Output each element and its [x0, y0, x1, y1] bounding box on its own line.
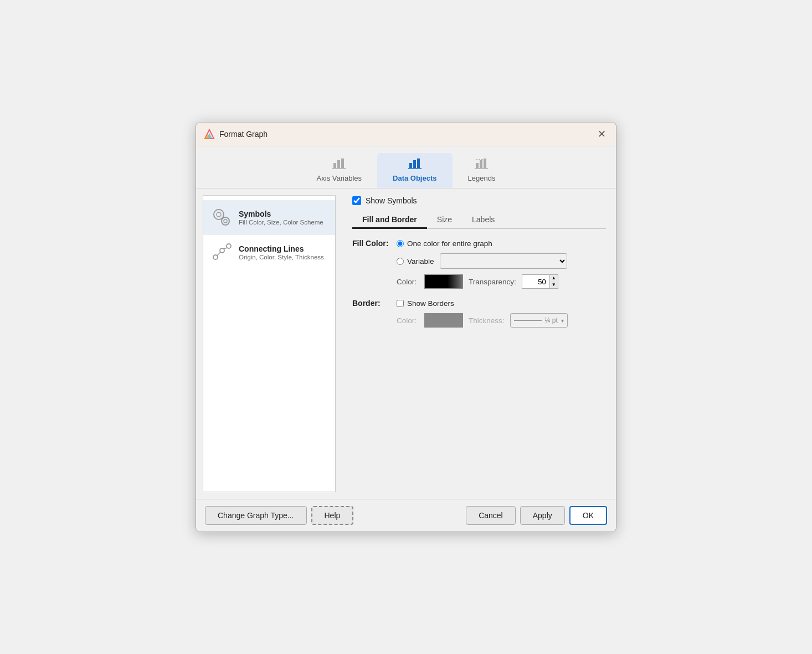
main-panel: Show Symbols Fill and Border Size Labels… — [342, 188, 616, 499]
show-borders-checkbox[interactable] — [397, 300, 404, 307]
svg-rect-11 — [476, 163, 479, 168]
svg-point-20 — [213, 255, 218, 259]
sidebar-item-symbols[interactable]: Symbols Fill Color, Size, Color Scheme — [203, 200, 335, 235]
border-section: Border: Show Borders Color: Thickness: — [352, 299, 606, 328]
variable-label[interactable]: Variable — [407, 257, 434, 265]
symbols-icon — [211, 207, 232, 228]
show-symbols-checkbox[interactable] — [352, 196, 361, 205]
connecting-lines-text: Connecting Lines Origin, Color, Style, T… — [239, 244, 324, 260]
border-label: Border: — [352, 299, 391, 308]
thickness-line — [514, 320, 542, 321]
tab-axis-variables-label: Axis Variables — [317, 174, 362, 182]
border-row: Border: Show Borders — [352, 299, 606, 308]
color-label: Color: — [397, 278, 419, 286]
transparency-spinner: 50 ▲ ▼ — [522, 274, 558, 289]
svg-rect-7 — [409, 163, 412, 168]
bottom-bar: Change Graph Type... Help Cancel Apply O… — [196, 499, 616, 532]
svg-point-18 — [222, 217, 229, 225]
data-objects-icon — [408, 157, 422, 172]
show-borders-label[interactable]: Show Borders — [407, 299, 454, 308]
axis-variables-icon — [332, 157, 346, 172]
svg-rect-8 — [413, 160, 416, 168]
symbols-text: Symbols Fill Color, Size, Color Scheme — [239, 210, 323, 226]
svg-rect-4 — [337, 160, 340, 168]
close-button[interactable]: ✕ — [595, 128, 608, 140]
variable-dropdown[interactable] — [440, 253, 567, 269]
thickness-label: Thickness: — [469, 316, 505, 325]
one-color-radio[interactable] — [397, 240, 404, 247]
border-color-fill — [425, 314, 462, 327]
dialog-title: Format Graph — [219, 130, 268, 139]
svg-rect-5 — [341, 159, 344, 168]
spinner-down[interactable]: ▼ — [550, 282, 558, 288]
show-borders-checkbox-row: Show Borders — [397, 299, 454, 308]
title-bar: Format Graph ✕ — [196, 122, 616, 146]
tab-axis-variables[interactable]: Axis Variables — [301, 153, 377, 188]
one-color-radio-row: One color for entire graph — [397, 239, 492, 248]
thickness-chevron: ▾ — [561, 318, 564, 324]
app-icon — [204, 129, 215, 140]
cancel-button[interactable]: Cancel — [466, 506, 516, 525]
bottom-right-buttons: Cancel Apply OK — [466, 506, 607, 525]
tab-data-objects[interactable]: Data Objects — [377, 153, 452, 188]
svg-line-23 — [217, 252, 220, 256]
fill-color-gradient — [425, 275, 462, 288]
tab-legends[interactable]: Legends — [453, 153, 511, 188]
sub-tabs: Fill and Border Size Labels — [352, 212, 606, 229]
thickness-dropdown[interactable]: ¼ pt ▾ — [510, 313, 568, 328]
svg-rect-9 — [417, 159, 420, 168]
sub-tab-labels[interactable]: Labels — [462, 212, 505, 229]
svg-rect-3 — [333, 163, 336, 168]
sidebar-item-connecting-lines[interactable]: Connecting Lines Origin, Color, Style, T… — [203, 235, 335, 269]
svg-point-16 — [214, 210, 224, 219]
border-color-label: Color: — [397, 316, 419, 325]
transparency-input[interactable]: 50 — [522, 274, 549, 289]
variable-row: Variable — [397, 253, 606, 269]
variable-radio-row: Variable — [397, 257, 434, 265]
fill-color-row: Fill Color: One color for entire graph — [352, 239, 606, 248]
thickness-value: ¼ pt — [545, 316, 558, 324]
fill-color-section: Fill Color: One color for entire graph V… — [352, 239, 606, 289]
tab-data-objects-label: Data Objects — [393, 174, 436, 182]
content-area: Symbols Fill Color, Size, Color Scheme C… — [196, 188, 616, 499]
fill-color-box[interactable] — [424, 274, 463, 289]
bottom-left-buttons: Change Graph Type... Help — [205, 506, 353, 525]
border-color-thickness-row: Color: Thickness: ¼ pt ▾ — [397, 313, 606, 328]
sub-tab-fill-border[interactable]: Fill and Border — [352, 212, 427, 229]
legends-icon — [474, 157, 489, 172]
show-symbols-label[interactable]: Show Symbols — [366, 196, 417, 205]
tab-legends-label: Legends — [468, 174, 496, 182]
variable-dropdown-wrapper — [440, 253, 567, 269]
title-bar-left: Format Graph — [204, 129, 268, 140]
transparency-label: Transparency: — [469, 278, 516, 286]
help-button[interactable]: Help — [311, 506, 354, 525]
connecting-lines-icon — [211, 242, 232, 263]
svg-point-19 — [224, 219, 227, 223]
sidebar: Symbols Fill Color, Size, Color Scheme C… — [203, 195, 336, 492]
tab-bar: Axis Variables Data Objects — [196, 146, 616, 188]
apply-button[interactable]: Apply — [520, 506, 565, 525]
show-symbols-row: Show Symbols — [352, 196, 606, 205]
one-color-label[interactable]: One color for entire graph — [407, 239, 492, 248]
format-graph-dialog: Format Graph ✕ Axis Variables — [196, 122, 616, 532]
color-transparency-row: Color: Transparency: 50 ▲ ▼ — [397, 274, 606, 289]
svg-point-17 — [217, 212, 221, 217]
spinner-buttons: ▲ ▼ — [549, 274, 558, 289]
fill-color-label: Fill Color: — [352, 239, 391, 248]
ok-button[interactable]: OK — [569, 506, 607, 525]
variable-radio[interactable] — [397, 258, 404, 265]
change-graph-type-button[interactable]: Change Graph Type... — [205, 506, 307, 525]
svg-point-22 — [227, 244, 231, 248]
sub-tab-size[interactable]: Size — [427, 212, 462, 229]
border-color-box[interactable] — [424, 313, 463, 328]
spinner-up[interactable]: ▲ — [550, 275, 558, 282]
svg-line-24 — [224, 248, 227, 249]
svg-point-21 — [220, 248, 224, 253]
svg-rect-12 — [480, 160, 482, 168]
